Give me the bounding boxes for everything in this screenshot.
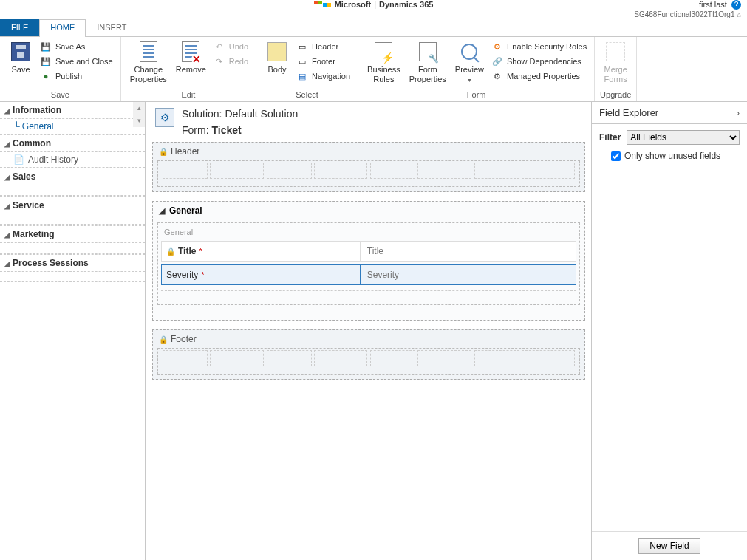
enable-security-roles-button[interactable]: ⚙Enable Security Roles	[488, 40, 590, 53]
form-properties-icon	[416, 40, 440, 64]
canvas-header: ⚙ Solution: Default Solution Form: Ticke…	[146, 102, 591, 142]
footer-icon: ▭	[296, 55, 308, 67]
field-row-title[interactable]: 🔒 Title *	[161, 241, 576, 262]
new-field-button[interactable]: New Field	[638, 538, 700, 554]
brand-center: Microsoft | Dynamics 365	[314, 0, 434, 9]
form-general-section[interactable]: ◢General General 🔒 Title *	[152, 201, 585, 321]
footer-cells[interactable]	[157, 348, 580, 375]
header-icon: ▭	[296, 41, 308, 52]
filter-row: Filter All Fields	[592, 124, 747, 151]
ribbon-group-form: Business Rules Form Properties Preview ▼…	[358, 37, 595, 101]
ribbon-group-save: Save 💾Save As 💾Save and Close ●Publish S…	[0, 37, 121, 101]
redo-button[interactable]: ↷Redo	[211, 55, 251, 68]
section-sales[interactable]: ◢Sales	[0, 168, 145, 185]
ribbon-group-save-label: Save	[4, 89, 116, 101]
show-dependencies-button[interactable]: 🔗Show Dependencies	[488, 55, 590, 68]
field-input-severity[interactable]	[361, 264, 576, 285]
general-sublabel: General	[161, 226, 576, 241]
undo-icon: ↶	[214, 41, 225, 52]
preview-button[interactable]: Preview ▼	[451, 38, 488, 86]
save-and-close-button[interactable]: 💾Save and Close	[37, 55, 116, 68]
change-properties-button[interactable]: Change Properties	[126, 38, 171, 86]
nav-audit-history[interactable]: 📄Audit History	[0, 152, 145, 167]
brand-product: Dynamics 365	[379, 0, 433, 9]
left-scroll[interactable]: ▴▾	[133, 102, 145, 127]
ribbon-group-edit: Change Properties Remove ↶Undo ↷Redo Edi…	[121, 37, 256, 101]
ribbon-group-form-label: Form	[363, 89, 590, 101]
field-label-severity: Severity *	[161, 264, 361, 285]
managed-properties-button[interactable]: ⚙Managed Properties	[488, 69, 590, 83]
unused-fields-row[interactable]: Only show unused fields	[592, 151, 747, 167]
merge-forms-icon	[604, 40, 627, 64]
general-inner[interactable]: General 🔒 Title * Severity	[157, 222, 580, 305]
section-marketing[interactable]: ◢Marketing	[0, 226, 145, 243]
chevron-down-icon: ▼	[467, 75, 472, 85]
title-input[interactable]	[363, 244, 573, 259]
field-explorer-header: Field Explorer ›	[592, 102, 747, 124]
merge-forms-button[interactable]: Merge Forms	[599, 38, 632, 86]
publish-button[interactable]: ●Publish	[37, 69, 116, 83]
unused-fields-checkbox[interactable]	[611, 151, 621, 161]
footer-button[interactable]: ▭Footer	[293, 55, 353, 68]
header-button[interactable]: ▭Header	[293, 40, 353, 53]
form-header-label: 🔒Header	[153, 143, 584, 160]
remove-icon	[179, 40, 202, 64]
section-service[interactable]: ◢Service	[0, 197, 145, 214]
save-as-button[interactable]: 💾Save As	[37, 40, 116, 53]
help-icon[interactable]: ?	[731, 0, 741, 10]
microsoft-logo-icon	[314, 0, 323, 9]
required-icon: *	[201, 270, 204, 279]
section-information[interactable]: ◢Information	[0, 102, 145, 119]
header-cells[interactable]	[157, 160, 580, 187]
form-icon: ⚙	[155, 108, 174, 127]
ribbon-group-upgrade: Merge Forms Upgrade	[595, 37, 637, 101]
empty-field-row[interactable]	[161, 290, 576, 291]
remove-button[interactable]: Remove	[171, 38, 211, 76]
managed-properties-icon: ⚙	[491, 70, 503, 82]
section-process-sessions[interactable]: ◢Process Sessions	[0, 255, 145, 272]
chevron-right-icon[interactable]: ›	[737, 108, 740, 118]
field-row-severity[interactable]: Severity *	[161, 264, 576, 285]
canvas-scroll[interactable]: 🔒Header ◢General General 🔒 Title	[146, 142, 591, 560]
preview-icon	[457, 40, 481, 64]
save-button[interactable]: Save	[4, 38, 37, 76]
navigation-icon: ▤	[296, 70, 308, 82]
solution-title: Solution: Default Solution	[182, 108, 298, 120]
org-home-icon[interactable]: ⌂	[737, 11, 741, 18]
navigation-button[interactable]: ▤Navigation	[293, 69, 353, 83]
body-icon	[265, 40, 289, 64]
user-name: first last	[699, 0, 727, 9]
save-close-icon: 💾	[40, 55, 52, 67]
form-general-label: ◢General	[153, 202, 584, 219]
filter-select[interactable]: All Fields	[627, 130, 740, 145]
body-button[interactable]: Body	[261, 38, 293, 76]
business-rules-button[interactable]: Business Rules	[363, 38, 405, 86]
section-common[interactable]: ◢Common	[0, 135, 145, 152]
ribbon: Save 💾Save As 💾Save and Close ●Publish S…	[0, 37, 747, 102]
tab-home[interactable]: HOME	[39, 19, 86, 36]
severity-input[interactable]	[363, 267, 573, 282]
ribbon-group-select: Body ▭Header ▭Footer ▤Navigation Select	[256, 37, 358, 101]
filter-label: Filter	[599, 132, 621, 143]
brand-user-area: first last ? SG468Functional3022TI1Org1 …	[634, 0, 741, 20]
microsoft-logo-icon-2	[323, 2, 332, 7]
publish-icon: ●	[40, 70, 52, 82]
ribbon-group-upgrade-label: Upgrade	[599, 89, 632, 101]
nav-general[interactable]: └ General	[0, 119, 145, 134]
save-as-icon: 💾	[40, 41, 52, 52]
save-icon	[9, 40, 33, 64]
field-list[interactable]	[592, 167, 747, 532]
form-properties-button[interactable]: Form Properties	[405, 38, 451, 86]
field-input-title[interactable]	[361, 241, 576, 262]
tab-insert[interactable]: INSERT	[86, 19, 137, 36]
form-footer-section[interactable]: 🔒Footer	[152, 329, 585, 380]
audit-history-icon: 📄	[13, 154, 24, 165]
unused-fields-label: Only show unused fields	[624, 151, 720, 161]
form-header-section[interactable]: 🔒Header	[152, 142, 585, 192]
undo-button[interactable]: ↶Undo	[211, 40, 251, 53]
tab-file[interactable]: FILE	[0, 19, 39, 36]
lock-icon: 🔒	[159, 335, 168, 344]
tab-row: FILE HOME INSERT	[0, 19, 747, 37]
field-explorer-footer: New Field	[592, 532, 747, 560]
ribbon-group-select-label: Select	[261, 89, 353, 101]
